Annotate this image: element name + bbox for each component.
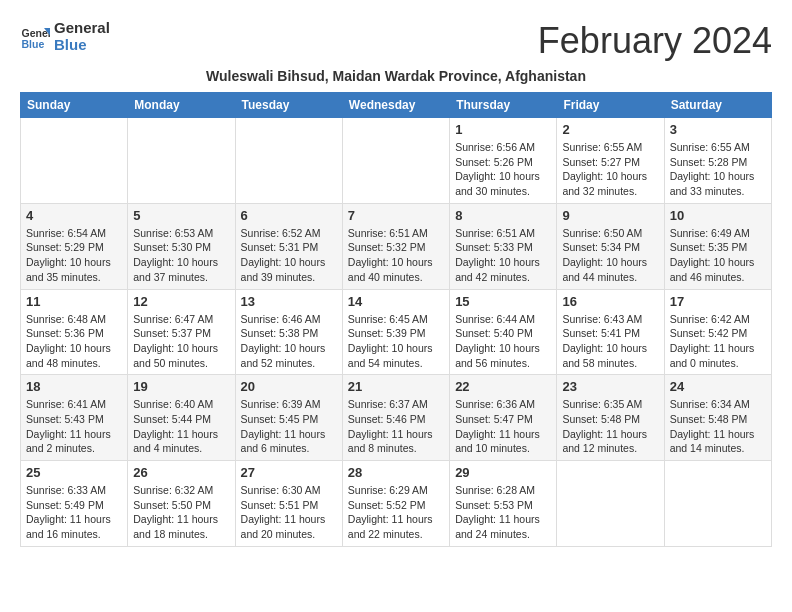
- empty-day-cell: [128, 118, 235, 204]
- day-number: 25: [26, 465, 122, 480]
- day-info: Sunrise: 6:54 AM Sunset: 5:29 PM Dayligh…: [26, 226, 122, 285]
- day-info: Sunrise: 6:34 AM Sunset: 5:48 PM Dayligh…: [670, 397, 766, 456]
- day-info: Sunrise: 6:42 AM Sunset: 5:42 PM Dayligh…: [670, 312, 766, 371]
- day-number: 13: [241, 294, 337, 309]
- location-text: Wuleswali Bihsud, Maidan Wardak Province…: [20, 68, 772, 84]
- day-info: Sunrise: 6:36 AM Sunset: 5:47 PM Dayligh…: [455, 397, 551, 456]
- calendar-day-26: 26Sunrise: 6:32 AM Sunset: 5:50 PM Dayli…: [128, 461, 235, 547]
- calendar-day-2: 2Sunrise: 6:55 AM Sunset: 5:27 PM Daylig…: [557, 118, 664, 204]
- day-info: Sunrise: 6:51 AM Sunset: 5:32 PM Dayligh…: [348, 226, 444, 285]
- weekday-header-sunday: Sunday: [21, 93, 128, 118]
- calendar-day-12: 12Sunrise: 6:47 AM Sunset: 5:37 PM Dayli…: [128, 289, 235, 375]
- page-header: General Blue General Blue February 2024: [20, 20, 772, 62]
- calendar-day-15: 15Sunrise: 6:44 AM Sunset: 5:40 PM Dayli…: [450, 289, 557, 375]
- day-info: Sunrise: 6:52 AM Sunset: 5:31 PM Dayligh…: [241, 226, 337, 285]
- svg-text:Blue: Blue: [22, 37, 45, 49]
- day-number: 8: [455, 208, 551, 223]
- day-number: 14: [348, 294, 444, 309]
- calendar-day-10: 10Sunrise: 6:49 AM Sunset: 5:35 PM Dayli…: [664, 203, 771, 289]
- day-number: 19: [133, 379, 229, 394]
- day-number: 3: [670, 122, 766, 137]
- logo: General Blue General Blue: [20, 20, 110, 53]
- calendar-day-9: 9Sunrise: 6:50 AM Sunset: 5:34 PM Daylig…: [557, 203, 664, 289]
- day-info: Sunrise: 6:41 AM Sunset: 5:43 PM Dayligh…: [26, 397, 122, 456]
- day-info: Sunrise: 6:50 AM Sunset: 5:34 PM Dayligh…: [562, 226, 658, 285]
- day-info: Sunrise: 6:44 AM Sunset: 5:40 PM Dayligh…: [455, 312, 551, 371]
- day-info: Sunrise: 6:55 AM Sunset: 5:28 PM Dayligh…: [670, 140, 766, 199]
- calendar-week-row: 11Sunrise: 6:48 AM Sunset: 5:36 PM Dayli…: [21, 289, 772, 375]
- day-number: 26: [133, 465, 229, 480]
- calendar-week-row: 1Sunrise: 6:56 AM Sunset: 5:26 PM Daylig…: [21, 118, 772, 204]
- day-info: Sunrise: 6:33 AM Sunset: 5:49 PM Dayligh…: [26, 483, 122, 542]
- empty-day-cell: [342, 118, 449, 204]
- empty-day-cell: [21, 118, 128, 204]
- day-number: 11: [26, 294, 122, 309]
- day-info: Sunrise: 6:30 AM Sunset: 5:51 PM Dayligh…: [241, 483, 337, 542]
- day-number: 16: [562, 294, 658, 309]
- day-info: Sunrise: 6:32 AM Sunset: 5:50 PM Dayligh…: [133, 483, 229, 542]
- weekday-header-wednesday: Wednesday: [342, 93, 449, 118]
- calendar-day-24: 24Sunrise: 6:34 AM Sunset: 5:48 PM Dayli…: [664, 375, 771, 461]
- day-number: 4: [26, 208, 122, 223]
- day-info: Sunrise: 6:46 AM Sunset: 5:38 PM Dayligh…: [241, 312, 337, 371]
- calendar-day-17: 17Sunrise: 6:42 AM Sunset: 5:42 PM Dayli…: [664, 289, 771, 375]
- day-info: Sunrise: 6:53 AM Sunset: 5:30 PM Dayligh…: [133, 226, 229, 285]
- calendar-week-row: 18Sunrise: 6:41 AM Sunset: 5:43 PM Dayli…: [21, 375, 772, 461]
- day-number: 23: [562, 379, 658, 394]
- day-number: 24: [670, 379, 766, 394]
- day-info: Sunrise: 6:35 AM Sunset: 5:48 PM Dayligh…: [562, 397, 658, 456]
- day-info: Sunrise: 6:43 AM Sunset: 5:41 PM Dayligh…: [562, 312, 658, 371]
- day-number: 1: [455, 122, 551, 137]
- calendar-day-13: 13Sunrise: 6:46 AM Sunset: 5:38 PM Dayli…: [235, 289, 342, 375]
- calendar-day-6: 6Sunrise: 6:52 AM Sunset: 5:31 PM Daylig…: [235, 203, 342, 289]
- calendar-day-29: 29Sunrise: 6:28 AM Sunset: 5:53 PM Dayli…: [450, 461, 557, 547]
- day-number: 18: [26, 379, 122, 394]
- month-year-title: February 2024: [538, 20, 772, 62]
- day-info: Sunrise: 6:37 AM Sunset: 5:46 PM Dayligh…: [348, 397, 444, 456]
- day-info: Sunrise: 6:29 AM Sunset: 5:52 PM Dayligh…: [348, 483, 444, 542]
- day-number: 27: [241, 465, 337, 480]
- day-number: 17: [670, 294, 766, 309]
- day-number: 9: [562, 208, 658, 223]
- day-number: 2: [562, 122, 658, 137]
- day-number: 20: [241, 379, 337, 394]
- weekday-header-thursday: Thursday: [450, 93, 557, 118]
- calendar-day-4: 4Sunrise: 6:54 AM Sunset: 5:29 PM Daylig…: [21, 203, 128, 289]
- calendar-day-3: 3Sunrise: 6:55 AM Sunset: 5:28 PM Daylig…: [664, 118, 771, 204]
- calendar-day-19: 19Sunrise: 6:40 AM Sunset: 5:44 PM Dayli…: [128, 375, 235, 461]
- day-info: Sunrise: 6:55 AM Sunset: 5:27 PM Dayligh…: [562, 140, 658, 199]
- day-number: 6: [241, 208, 337, 223]
- calendar-day-5: 5Sunrise: 6:53 AM Sunset: 5:30 PM Daylig…: [128, 203, 235, 289]
- calendar-table: SundayMondayTuesdayWednesdayThursdayFrid…: [20, 92, 772, 547]
- day-info: Sunrise: 6:40 AM Sunset: 5:44 PM Dayligh…: [133, 397, 229, 456]
- empty-day-cell: [664, 461, 771, 547]
- calendar-day-16: 16Sunrise: 6:43 AM Sunset: 5:41 PM Dayli…: [557, 289, 664, 375]
- empty-day-cell: [235, 118, 342, 204]
- calendar-day-7: 7Sunrise: 6:51 AM Sunset: 5:32 PM Daylig…: [342, 203, 449, 289]
- page-wrapper: General Blue General Blue February 2024 …: [20, 20, 772, 547]
- calendar-week-row: 4Sunrise: 6:54 AM Sunset: 5:29 PM Daylig…: [21, 203, 772, 289]
- weekday-header-friday: Friday: [557, 93, 664, 118]
- day-info: Sunrise: 6:56 AM Sunset: 5:26 PM Dayligh…: [455, 140, 551, 199]
- weekday-header-monday: Monday: [128, 93, 235, 118]
- day-info: Sunrise: 6:28 AM Sunset: 5:53 PM Dayligh…: [455, 483, 551, 542]
- calendar-day-18: 18Sunrise: 6:41 AM Sunset: 5:43 PM Dayli…: [21, 375, 128, 461]
- weekday-header-saturday: Saturday: [664, 93, 771, 118]
- day-number: 10: [670, 208, 766, 223]
- day-number: 5: [133, 208, 229, 223]
- day-info: Sunrise: 6:48 AM Sunset: 5:36 PM Dayligh…: [26, 312, 122, 371]
- calendar-week-row: 25Sunrise: 6:33 AM Sunset: 5:49 PM Dayli…: [21, 461, 772, 547]
- logo-icon: General Blue: [20, 22, 50, 52]
- calendar-day-11: 11Sunrise: 6:48 AM Sunset: 5:36 PM Dayli…: [21, 289, 128, 375]
- day-number: 22: [455, 379, 551, 394]
- calendar-day-27: 27Sunrise: 6:30 AM Sunset: 5:51 PM Dayli…: [235, 461, 342, 547]
- calendar-day-14: 14Sunrise: 6:45 AM Sunset: 5:39 PM Dayli…: [342, 289, 449, 375]
- day-number: 15: [455, 294, 551, 309]
- day-number: 21: [348, 379, 444, 394]
- calendar-day-28: 28Sunrise: 6:29 AM Sunset: 5:52 PM Dayli…: [342, 461, 449, 547]
- day-number: 12: [133, 294, 229, 309]
- day-info: Sunrise: 6:51 AM Sunset: 5:33 PM Dayligh…: [455, 226, 551, 285]
- empty-day-cell: [557, 461, 664, 547]
- day-info: Sunrise: 6:39 AM Sunset: 5:45 PM Dayligh…: [241, 397, 337, 456]
- day-number: 7: [348, 208, 444, 223]
